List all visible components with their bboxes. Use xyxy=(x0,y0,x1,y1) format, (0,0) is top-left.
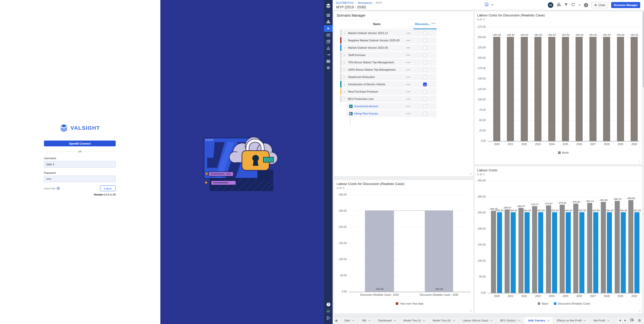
row-checkbox[interactable] xyxy=(423,97,427,101)
bar-2029[interactable] xyxy=(621,212,626,293)
scenario-row[interactable]: ›100% Bonus Waiver Top-Management••• xyxy=(340,66,437,73)
legend-item[interactable]: Berlin xyxy=(558,151,569,154)
sidebar-item-video[interactable] xyxy=(324,32,333,38)
scenario-row[interactable]: ›Market Outlook Version 2019-12••• xyxy=(340,30,437,36)
bar-2030[interactable] xyxy=(425,210,453,292)
row-checkbox[interactable] xyxy=(423,61,427,64)
bar-2021[interactable] xyxy=(507,37,514,141)
scenario-row[interactable]: ›Market Outlook Version 2020-05••• xyxy=(340,44,437,51)
resize-handle-icon[interactable] xyxy=(639,161,641,163)
logout-icon[interactable] xyxy=(326,316,330,321)
bar-2027[interactable] xyxy=(593,212,598,293)
scenario-manager-button[interactable]: Scenario Manager xyxy=(611,2,640,8)
row-menu-icon[interactable]: ••• xyxy=(406,98,411,100)
row-menu-icon[interactable]: ••• xyxy=(406,90,411,93)
bar-2021[interactable] xyxy=(511,212,516,293)
bar-2026[interactable] xyxy=(573,204,578,293)
resize-handle-icon[interactable] xyxy=(470,310,472,312)
tab-sm[interactable]: SM xyxy=(358,317,374,324)
scenario-sub-row[interactable]: aInvestment Amount••• xyxy=(346,103,437,110)
bar-2029[interactable] xyxy=(617,37,624,141)
bar-2023[interactable] xyxy=(538,212,543,293)
scroll-tabs-right-icon[interactable] xyxy=(625,319,626,321)
bar-2030[interactable] xyxy=(628,200,633,293)
legend-item[interactable]: Basic xyxy=(538,302,548,305)
row-checkbox[interactable] xyxy=(423,68,427,72)
tab-model-tree-ii[interactable]: Model Tree (II) xyxy=(429,317,459,324)
bar-2028[interactable] xyxy=(603,37,610,141)
chevron-down-icon[interactable] xyxy=(423,319,425,321)
bar-2022[interactable] xyxy=(521,37,528,141)
filter-icon[interactable] xyxy=(564,3,568,8)
refresh-icon[interactable] xyxy=(571,3,575,8)
sidebar-item-play[interactable] xyxy=(324,25,333,32)
history-undo-icon[interactable]: 1 xyxy=(484,2,489,8)
bar-2027[interactable] xyxy=(587,203,592,293)
row-menu-icon[interactable]: ••• xyxy=(406,46,411,49)
chevron-down-icon[interactable] xyxy=(547,319,550,321)
bar-2025[interactable] xyxy=(560,205,565,293)
valsight-logo-icon[interactable] xyxy=(326,2,331,10)
row-menu-icon[interactable]: ••• xyxy=(406,61,411,64)
bar-2028[interactable] xyxy=(607,212,612,293)
chevron-down-icon[interactable] xyxy=(583,319,586,321)
row-checkbox[interactable] xyxy=(423,53,427,57)
sidebar-item-sitemap[interactable] xyxy=(324,19,333,25)
chevron-right-icon[interactable]: › xyxy=(344,54,346,56)
bar-2020[interactable] xyxy=(365,210,394,292)
bar-2030[interactable] xyxy=(631,37,638,141)
bar-2025[interactable] xyxy=(562,37,569,141)
sidebar-item-flow-arrow[interactable] xyxy=(324,51,333,58)
scenario-row[interactable]: ›Tariff Increase••• xyxy=(340,52,437,58)
sidebar-item-copy[interactable] xyxy=(324,38,333,45)
scenario-row[interactable]: ›BEV Production Line••• xyxy=(340,96,437,102)
row-menu-icon[interactable]: ••• xyxy=(406,83,411,86)
scenario-row[interactable]: ›Introduction of Electric Vehicle••• xyxy=(340,81,437,88)
bar-2020[interactable] xyxy=(493,37,500,141)
row-checkbox[interactable] xyxy=(423,112,427,116)
row-menu-icon[interactable]: ••• xyxy=(406,105,411,108)
bar-2021[interactable] xyxy=(505,209,510,293)
resize-handle-icon[interactable] xyxy=(470,173,472,175)
tab-effects-on-net-profit[interactable]: Effects on Net Profit xyxy=(553,317,590,324)
legend-item[interactable]: Year-over-Year data xyxy=(396,302,423,305)
tab-net-profit[interactable]: Net Profit xyxy=(590,317,613,324)
chevron-down-icon[interactable] xyxy=(368,319,370,321)
add-sheet-icon[interactable]: ⊕ xyxy=(333,317,340,324)
tab-dashboard[interactable]: Dashboard xyxy=(374,317,400,324)
need-help-link[interactable]: Need Help ? xyxy=(44,187,60,190)
scenario-sub-row[interactable]: aHiring Plan Poznan••• xyxy=(346,110,437,117)
vertical-scrollbar[interactable] xyxy=(642,11,644,314)
row-checkbox[interactable] xyxy=(423,83,427,86)
add-chart-button[interactable]: ⊕ Chart xyxy=(591,2,608,8)
tab-model-tree-i[interactable]: Model Tree (I) xyxy=(400,317,429,324)
openid-connect-button[interactable]: OpenID Connect xyxy=(44,141,116,146)
sidebar-item-archive[interactable] xyxy=(324,12,333,19)
chevron-right-icon[interactable]: › xyxy=(344,76,346,78)
row-menu-icon[interactable]: ••• xyxy=(406,68,411,71)
scenario-row[interactable]: ›Headcount Reduction••• xyxy=(340,74,437,80)
legend-item[interactable]: Discussion (Realistic Case) xyxy=(554,302,590,305)
bar-2020[interactable] xyxy=(491,211,496,293)
bar-2026[interactable] xyxy=(579,212,584,293)
hierarchy-icon[interactable] xyxy=(557,3,561,8)
scroll-tabs-left-icon[interactable] xyxy=(619,319,621,321)
chevron-right-icon[interactable]: › xyxy=(344,32,346,34)
username-field[interactable] xyxy=(44,161,116,168)
row-checkbox[interactable] xyxy=(423,75,427,79)
help-icon[interactable]: ? xyxy=(327,303,330,306)
breadcrumb-workspaces[interactable]: Workspaces xyxy=(358,1,372,4)
bar-2024[interactable] xyxy=(552,212,557,293)
chevron-right-icon[interactable]: › xyxy=(344,83,346,86)
bar-2024[interactable] xyxy=(548,37,555,141)
bar-2022[interactable] xyxy=(525,212,530,293)
scrollbar-thumb[interactable] xyxy=(643,12,644,87)
bar-2026[interactable] xyxy=(576,37,583,141)
refresh-caret-icon[interactable] xyxy=(579,5,581,6)
chevron-down-icon[interactable] xyxy=(490,319,493,321)
row-menu-icon[interactable]: ••• xyxy=(406,32,411,35)
password-field[interactable] xyxy=(44,176,116,182)
row-menu-icon[interactable]: ••• xyxy=(406,112,411,115)
row-checkbox[interactable] xyxy=(423,31,427,35)
sheet-overview-icon[interactable] xyxy=(630,318,634,323)
